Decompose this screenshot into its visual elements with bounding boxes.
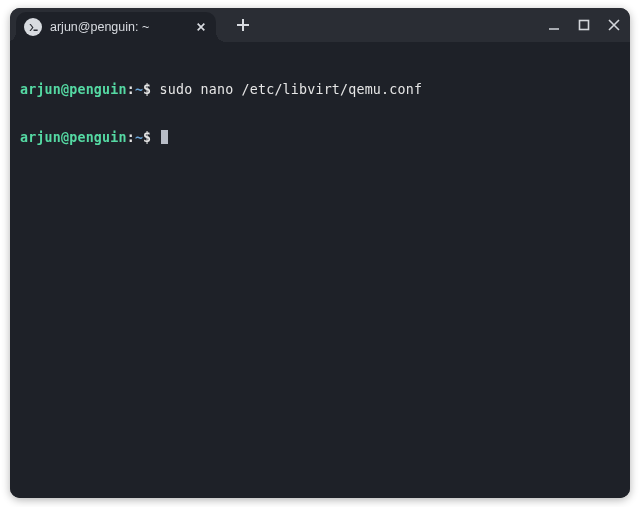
prompt-user: arjun@penguin: [20, 130, 127, 145]
cursor: [161, 130, 168, 144]
command-text: sudo nano /etc/libvirt/qemu.conf: [160, 82, 423, 97]
titlebar: arjun@penguin: ~: [10, 8, 630, 42]
tab-active[interactable]: arjun@penguin: ~: [16, 12, 216, 42]
window-controls: [546, 8, 622, 42]
prompt-separator: :: [127, 82, 135, 97]
new-tab-button[interactable]: [230, 12, 256, 38]
terminal-window: arjun@penguin: ~ arjun@penguin:~$ sudo n…: [10, 8, 630, 498]
close-icon: [196, 22, 206, 32]
maximize-button[interactable]: [576, 17, 592, 33]
close-tab-button[interactable]: [192, 18, 210, 36]
svg-rect-0: [580, 21, 589, 30]
prompt-path: ~: [135, 130, 143, 145]
prompt-dollar: $: [143, 130, 159, 145]
prompt-separator: :: [127, 130, 135, 145]
maximize-icon: [578, 19, 590, 31]
terminal-line: arjun@penguin:~$ sudo nano /etc/libvirt/…: [20, 82, 620, 98]
minimize-icon: [548, 19, 560, 31]
prompt-dollar: $: [143, 82, 159, 97]
plus-icon: [236, 18, 250, 32]
prompt-user: arjun@penguin: [20, 82, 127, 97]
terminal-body[interactable]: arjun@penguin:~$ sudo nano /etc/libvirt/…: [10, 42, 630, 498]
close-icon: [608, 19, 620, 31]
minimize-button[interactable]: [546, 17, 562, 33]
prompt-path: ~: [135, 82, 143, 97]
tab-title: arjun@penguin: ~: [50, 20, 184, 34]
close-window-button[interactable]: [606, 17, 622, 33]
terminal-line: arjun@penguin:~$: [20, 130, 620, 146]
terminal-icon: [24, 18, 42, 36]
